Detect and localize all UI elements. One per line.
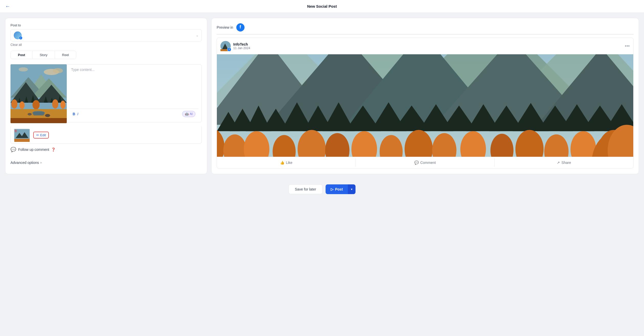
bold-button[interactable]: B [73, 112, 75, 116]
share-button[interactable]: ↗ Share [495, 159, 633, 167]
fb-post-image [217, 54, 633, 157]
post-icon: ▷ [331, 187, 334, 191]
main-layout: Post to f ⌄ Clear all Post Story Reel [0, 13, 644, 179]
fb-profile: f InfoTech 11 Jan 2024 [220, 41, 250, 51]
fb-profile-info: InfoTech 11 Jan 2024 [233, 42, 250, 50]
facebook-card-preview: f InfoTech 11 Jan 2024 ••• [217, 38, 634, 169]
comment-icon: 💬 [10, 147, 16, 152]
edit-button[interactable]: ✏ Edit [33, 132, 49, 139]
svg-rect-25 [10, 118, 67, 123]
facebook-preview-icon[interactable]: f [236, 23, 245, 32]
comment-icon-fb: 💬 [414, 161, 419, 165]
fb-name: InfoTech [233, 42, 250, 46]
mountain-image [10, 64, 67, 123]
post-to-label: Post to [10, 23, 202, 27]
tab-story[interactable]: Story [32, 51, 55, 59]
image-thumbnails-row: 🗑 ✏ Edit [10, 127, 202, 144]
svg-point-23 [28, 113, 32, 116]
italic-button[interactable]: I [77, 112, 78, 116]
comment-button[interactable]: 💬 Comment [356, 159, 495, 167]
left-panel: Post to f ⌄ Clear all Post Story Reel [5, 18, 207, 174]
fb-avatar: f [220, 41, 231, 51]
fb-date: 11 Jan 2024 [233, 46, 250, 50]
svg-point-16 [19, 101, 25, 109]
preview-header: Preview in f [217, 23, 634, 35]
post-button[interactable]: ▷ Post [326, 184, 348, 194]
thumbnail-item: 🗑 [14, 129, 29, 141]
tab-post[interactable]: Post [11, 51, 32, 59]
top-bar: ← New Social Post [0, 0, 644, 13]
post-button-group: ▷ Post ▾ [326, 184, 356, 194]
svg-point-15 [11, 99, 17, 109]
follow-up-section: 💬 Follow up comment ❓ [10, 144, 202, 155]
follow-up-label: Follow up comment [18, 148, 49, 152]
svg-point-24 [45, 114, 50, 117]
ai-button[interactable]: 🤖 AI [182, 111, 195, 117]
like-button[interactable]: 👍 Like [217, 159, 356, 167]
help-icon[interactable]: ❓ [51, 148, 55, 152]
back-button[interactable]: ← [5, 3, 10, 9]
svg-point-17 [32, 100, 40, 109]
page-title: New Social Post [307, 4, 337, 8]
advanced-options-label: Advanced options [10, 161, 39, 165]
right-panel: Preview in f f InfoTech [211, 18, 639, 174]
post-dropdown-button[interactable]: ▾ [348, 184, 356, 194]
save-later-button[interactable]: Save for later [288, 184, 323, 194]
bottom-actions: Save for later ▷ Post ▾ [0, 179, 644, 199]
share-icon: ↗ [557, 161, 560, 165]
content-placeholder: Type content... [71, 68, 95, 72]
advanced-options[interactable]: Advanced options › [10, 161, 202, 169]
ai-icon: 🤖 [185, 112, 189, 116]
preview-label: Preview in [217, 25, 233, 29]
svg-rect-29 [14, 139, 30, 142]
facebook-badge: f [19, 36, 23, 40]
delete-button[interactable]: 🗑 [14, 129, 17, 133]
fb-more-options[interactable]: ••• [625, 44, 630, 49]
svg-point-18 [52, 99, 58, 109]
post-to-selector[interactable]: f ⌄ [10, 29, 202, 41]
svg-point-2 [53, 68, 63, 73]
chevron-right-icon: › [40, 161, 41, 164]
svg-rect-22 [33, 112, 44, 116]
like-icon: 👍 [280, 161, 284, 165]
fb-avatar-badge: f [227, 47, 231, 51]
svg-point-3 [19, 67, 28, 71]
image-preview-floating [10, 64, 67, 123]
fb-actions: 👍 Like 💬 Comment ↗ Share [217, 157, 633, 168]
pencil-icon: ✏ [36, 133, 39, 137]
chevron-down-icon: ⌄ [196, 34, 198, 37]
avatar: f [14, 32, 21, 39]
content-area-wrapper: Type content... B I 🤖 AI [10, 64, 202, 122]
svg-point-19 [60, 101, 65, 109]
post-type-tabs: Post Story Reel [10, 51, 76, 59]
fb-card-header: f InfoTech 11 Jan 2024 ••• [217, 38, 633, 54]
editor-toolbar: B I 🤖 AI [70, 109, 198, 119]
clear-all-button[interactable]: Clear all [10, 43, 202, 47]
tab-reel[interactable]: Reel [55, 51, 76, 59]
